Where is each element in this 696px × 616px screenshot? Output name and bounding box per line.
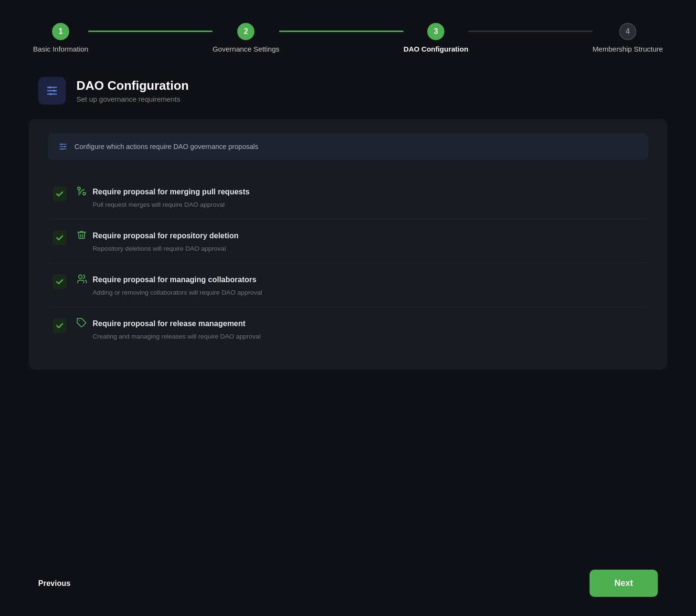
header-text: DAO Configuration Set up governance requ…: [76, 78, 189, 103]
step-4-circle: 4: [619, 23, 636, 40]
option-title-repo-deletion: Require proposal for repository deletion: [93, 232, 239, 240]
step-2-number: 2: [244, 27, 248, 36]
previous-button[interactable]: Previous: [38, 579, 71, 588]
option-desc-pull-requests: Pull request merges will require DAO app…: [76, 201, 643, 208]
option-content-pull-requests: Require proposal for merging pull reques…: [76, 186, 643, 208]
checkbox-collaborators[interactable]: [53, 275, 67, 289]
option-row-collaborators: Require proposal for managing collaborat…: [48, 263, 648, 307]
svg-point-4: [53, 90, 55, 92]
option-content-repo-deletion: Require proposal for repository deletion…: [76, 230, 643, 252]
svg-point-9: [61, 143, 62, 145]
step-2-circle: 2: [237, 23, 254, 40]
checkmark-icon: [55, 321, 64, 330]
step-1-number: 1: [59, 27, 63, 36]
option-title-pull-requests: Require proposal for merging pull reques…: [93, 188, 250, 196]
step-1: 1 Basic Information: [33, 23, 88, 53]
page-header: DAO Configuration Set up governance requ…: [0, 67, 696, 119]
checkbox-repo-deletion[interactable]: [53, 231, 67, 245]
step-1-circle: 1: [52, 23, 69, 40]
option-row-release-mgmt: Require proposal for release management …: [48, 307, 648, 350]
trash-icon: [76, 230, 87, 242]
step-4-number: 4: [625, 27, 630, 36]
settings-sliders-icon: [45, 84, 59, 97]
step-3: 3 DAO Configuration: [403, 23, 468, 53]
step-line-1: [88, 31, 212, 32]
option-desc-collaborators: Adding or removing collaborators will re…: [76, 289, 643, 296]
banner-sliders-icon: [58, 142, 68, 151]
step-3-circle: 3: [427, 23, 444, 40]
footer: Previous Next: [0, 551, 696, 616]
svg-point-10: [64, 146, 65, 147]
step-3-number: 3: [434, 27, 438, 36]
step-4-label: Membership Structure: [592, 45, 663, 53]
info-banner: Configure which actions require DAO gove…: [48, 133, 648, 160]
stepper: 1 Basic Information 2 Governance Setting…: [0, 0, 696, 67]
svg-point-14: [79, 275, 82, 278]
step-line-3: [468, 31, 592, 32]
option-desc-repo-deletion: Repository deletions will require DAO ap…: [76, 245, 643, 252]
step-4: 4 Membership Structure: [592, 23, 663, 53]
users-icon: [76, 274, 87, 286]
svg-point-3: [49, 86, 51, 89]
step-1-label: Basic Information: [33, 45, 88, 53]
option-title-release-mgmt: Require proposal for release management: [93, 319, 245, 328]
tag-icon: [76, 318, 87, 330]
page-title: DAO Configuration: [76, 78, 189, 93]
step-2-label: Governance Settings: [212, 45, 279, 53]
main-card: Configure which actions require DAO gove…: [29, 119, 667, 370]
option-title-collaborators: Require proposal for managing collaborat…: [93, 276, 256, 284]
option-desc-release-mgmt: Creating and managing releases will requ…: [76, 333, 643, 340]
checkmark-icon: [55, 190, 64, 198]
git-merge-icon: [76, 186, 87, 198]
svg-point-5: [50, 93, 52, 96]
svg-point-13: [83, 192, 86, 195]
option-content-collaborators: Require proposal for managing collaborat…: [76, 274, 643, 296]
checkbox-release-mgmt[interactable]: [53, 319, 67, 333]
page-subtitle: Set up governance requirements: [76, 95, 189, 103]
step-2: 2 Governance Settings: [212, 23, 279, 53]
step-line-2: [279, 31, 403, 32]
banner-text: Configure which actions require DAO gove…: [74, 143, 258, 150]
checkbox-pull-requests[interactable]: [53, 187, 67, 201]
option-row-repo-deletion: Require proposal for repository deletion…: [48, 219, 648, 263]
checkmark-icon: [55, 234, 64, 242]
option-content-release-mgmt: Require proposal for release management …: [76, 318, 643, 340]
checkmark-icon: [55, 277, 64, 286]
svg-point-11: [62, 148, 63, 149]
option-row-pull-requests: Require proposal for merging pull reques…: [48, 175, 648, 219]
header-icon-box: [38, 77, 66, 105]
step-3-label: DAO Configuration: [403, 45, 468, 53]
next-button[interactable]: Next: [590, 570, 658, 597]
